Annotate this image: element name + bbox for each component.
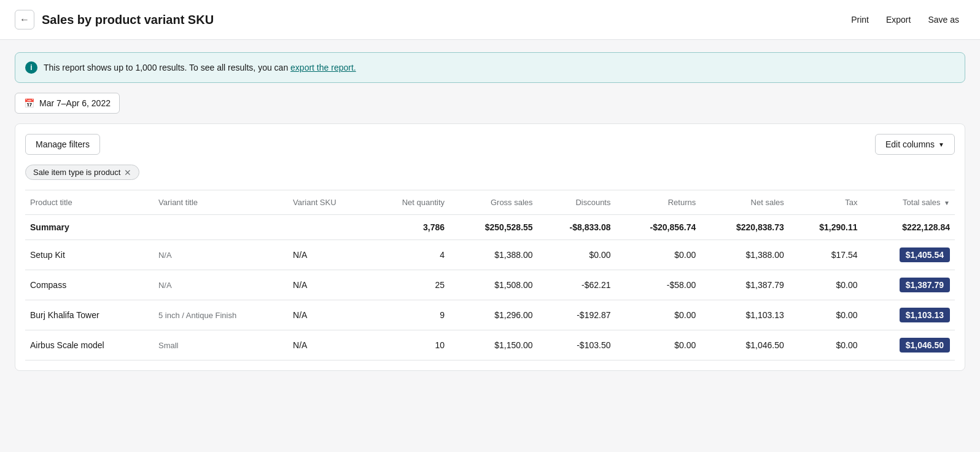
cell-net-sales: $1,103.13 <box>701 300 789 330</box>
col-gross-sales: Gross sales <box>449 190 538 215</box>
col-discounts: Discounts <box>538 190 616 215</box>
cell-product-title: Compass <box>25 270 154 300</box>
summary-net-quantity: 3,786 <box>369 215 449 240</box>
print-button[interactable]: Print <box>845 11 875 28</box>
cell-net-quantity: 25 <box>369 270 449 300</box>
page-header: ← Sales by product variant SKU Print Exp… <box>0 0 980 40</box>
col-tax: Tax <box>789 190 863 215</box>
cell-total-sales: $1,405.54 <box>863 240 955 270</box>
cell-discounts: -$192.87 <box>538 300 616 330</box>
date-filter-button[interactable]: 📅 Mar 7–Apr 6, 2022 <box>15 93 120 114</box>
save-as-button[interactable]: Save as <box>922 11 965 28</box>
cell-variant-sku: N/A <box>288 300 369 330</box>
cell-tax: $0.00 <box>789 300 863 330</box>
cell-returns: -$58.00 <box>615 270 701 300</box>
cell-gross-sales: $1,388.00 <box>449 240 538 270</box>
cell-net-quantity: 4 <box>369 240 449 270</box>
summary-tax: $1,290.11 <box>789 215 863 240</box>
filter-tag-remove-button[interactable]: ✕ <box>124 168 131 177</box>
table-row: Burj Khalifa Tower5 inch / Antique Finis… <box>25 300 955 330</box>
col-product-title: Product title <box>25 190 154 215</box>
cell-variant-sku: N/A <box>288 270 369 300</box>
cell-returns: $0.00 <box>615 300 701 330</box>
col-total-sales[interactable]: Total sales ▼ <box>863 190 955 215</box>
filter-tag-sale-item-type: Sale item type is product ✕ <box>25 165 139 180</box>
summary-variant-sku <box>288 215 369 240</box>
table-row: Airbus Scale modelSmallN/A10$1,150.00-$1… <box>25 330 955 360</box>
table-header: Product title Variant title Variant SKU … <box>25 190 955 215</box>
summary-label: Summary <box>25 215 154 240</box>
header-actions: Print Export Save as <box>845 11 965 28</box>
content-area: i This report shows up to 1,000 results.… <box>15 40 965 371</box>
table-body: Summary 3,786 $250,528.55 -$8,833.08 -$2… <box>25 215 955 360</box>
cell-tax: $0.00 <box>789 270 863 300</box>
edit-columns-button[interactable]: Edit columns ▼ <box>875 134 955 155</box>
cell-product-title: Airbus Scale model <box>25 330 154 360</box>
cell-discounts: $0.00 <box>538 240 616 270</box>
summary-total-sales: $222,128.84 <box>863 215 955 240</box>
export-button[interactable]: Export <box>880 11 917 28</box>
filter-tag-label: Sale item type is product <box>33 168 120 177</box>
filters-section: Manage filters Edit columns ▼ Sale item … <box>15 123 965 371</box>
cell-returns: $0.00 <box>615 330 701 360</box>
header-left: ← Sales by product variant SKU <box>15 10 214 29</box>
cell-discounts: -$62.21 <box>538 270 616 300</box>
info-banner: i This report shows up to 1,000 results.… <box>15 52 965 83</box>
chevron-down-icon: ▼ <box>938 141 944 148</box>
cell-net-quantity: 9 <box>369 300 449 330</box>
cell-total-sales: $1,387.79 <box>863 270 955 300</box>
cell-net-sales: $1,388.00 <box>701 240 789 270</box>
table-row: CompassN/AN/A25$1,508.00-$62.21-$58.00$1… <box>25 270 955 300</box>
cell-returns: $0.00 <box>615 240 701 270</box>
cell-variant-sku: N/A <box>288 240 369 270</box>
info-banner-text: This report shows up to 1,000 results. T… <box>44 63 356 72</box>
manage-filters-button[interactable]: Manage filters <box>25 134 100 155</box>
cell-net-quantity: 10 <box>369 330 449 360</box>
cell-tax: $0.00 <box>789 330 863 360</box>
report-table: Product title Variant title Variant SKU … <box>25 190 955 360</box>
col-variant-sku: Variant SKU <box>288 190 369 215</box>
cell-net-sales: $1,046.50 <box>701 330 789 360</box>
col-returns: Returns <box>615 190 701 215</box>
cell-variant-title: 5 inch / Antique Finish <box>154 300 288 330</box>
info-icon: i <box>25 61 37 74</box>
variant-title-text: 5 inch / Antique Finish <box>158 311 236 320</box>
summary-returns: -$20,856.74 <box>615 215 701 240</box>
variant-title-text: N/A <box>158 281 172 290</box>
cell-total-sales: $1,046.50 <box>863 330 955 360</box>
cell-variant-title: N/A <box>154 240 288 270</box>
cell-variant-title: Small <box>154 330 288 360</box>
page-title: Sales by product variant SKU <box>42 13 214 27</box>
col-net-quantity: Net quantity <box>369 190 449 215</box>
sort-desc-icon: ▼ <box>944 200 950 206</box>
export-report-link[interactable]: export the report. <box>290 63 356 72</box>
col-net-sales: Net sales <box>701 190 789 215</box>
cell-gross-sales: $1,150.00 <box>449 330 538 360</box>
cell-discounts: -$103.50 <box>538 330 616 360</box>
variant-title-text: Small <box>158 341 179 350</box>
summary-gross-sales: $250,528.55 <box>449 215 538 240</box>
summary-discounts: -$8,833.08 <box>538 215 616 240</box>
table-header-row: Product title Variant title Variant SKU … <box>25 190 955 215</box>
cell-tax: $17.54 <box>789 240 863 270</box>
variant-title-text: N/A <box>158 251 172 260</box>
cell-product-title: Setup Kit <box>25 240 154 270</box>
cell-gross-sales: $1,296.00 <box>449 300 538 330</box>
back-button[interactable]: ← <box>15 10 34 29</box>
filters-toolbar: Manage filters Edit columns ▼ <box>25 134 955 155</box>
table-row: Setup KitN/AN/A4$1,388.00$0.00$0.00$1,38… <box>25 240 955 270</box>
cell-net-sales: $1,387.79 <box>701 270 789 300</box>
filter-tags: Sale item type is product ✕ <box>25 165 955 190</box>
edit-columns-label: Edit columns <box>885 139 935 149</box>
date-filter-label: Mar 7–Apr 6, 2022 <box>39 98 111 108</box>
cell-product-title: Burj Khalifa Tower <box>25 300 154 330</box>
col-variant-title: Variant title <box>154 190 288 215</box>
info-banner-static-text: This report shows up to 1,000 results. T… <box>44 63 290 72</box>
cell-gross-sales: $1,508.00 <box>449 270 538 300</box>
summary-variant-title <box>154 215 288 240</box>
cell-variant-sku: N/A <box>288 330 369 360</box>
calendar-icon: 📅 <box>24 98 34 108</box>
cell-variant-title: N/A <box>154 270 288 300</box>
table-summary-row: Summary 3,786 $250,528.55 -$8,833.08 -$2… <box>25 215 955 240</box>
cell-total-sales: $1,103.13 <box>863 300 955 330</box>
